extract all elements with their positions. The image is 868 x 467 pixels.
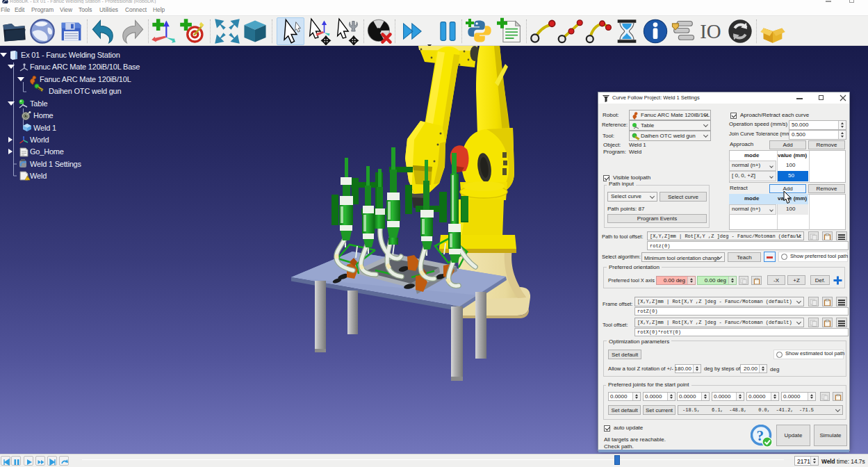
svg-text:!: !	[26, 176, 27, 180]
svg-text:IO: IO	[700, 20, 721, 42]
